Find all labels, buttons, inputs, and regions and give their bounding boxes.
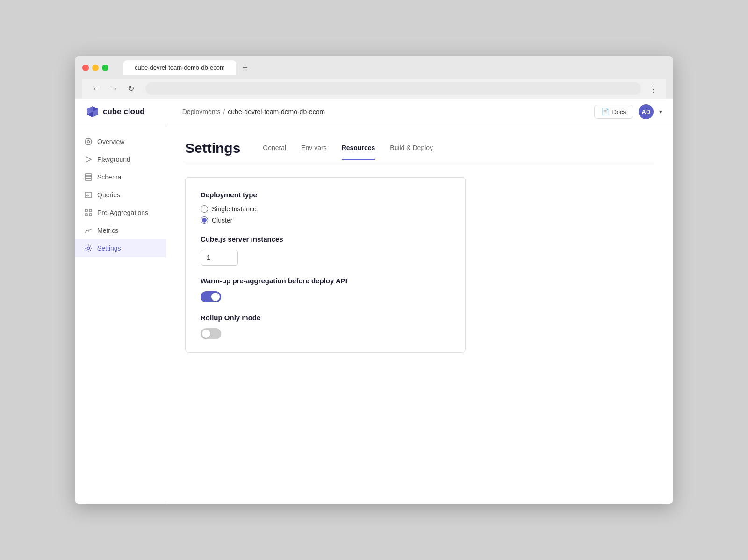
svg-rect-16	[85, 214, 87, 216]
deployment-type-section: Deployment type Single Instance Cluster	[201, 191, 450, 224]
tabs: General Env vars Resources Build & Deplo…	[263, 144, 433, 160]
svg-point-6	[87, 141, 90, 143]
maximize-button[interactable]	[102, 65, 108, 71]
main-layout: Overview Playground	[75, 125, 673, 504]
sidebar-item-label: Queries	[97, 191, 120, 199]
svg-rect-17	[89, 214, 92, 216]
server-instances-section: Cube.js server instances	[201, 235, 450, 266]
warmup-toggle-slider	[201, 291, 221, 302]
rollup-toggle-wrapper	[201, 328, 450, 339]
svg-rect-8	[85, 174, 92, 176]
app-logo[interactable]: cube cloud	[86, 105, 145, 118]
svg-rect-14	[85, 209, 87, 212]
app-content: cube cloud Deployments / cube-devrel-tea…	[75, 99, 673, 504]
svg-rect-15	[89, 209, 92, 212]
page-content: Settings General Env vars Resources Buil…	[166, 125, 673, 504]
cube-logo-icon	[86, 105, 99, 118]
traffic-lights	[82, 65, 108, 71]
radio-single-instance[interactable]: Single Instance	[201, 205, 450, 213]
browser-nav: ← → ↻ ⋮	[82, 79, 666, 99]
radio-single-label: Single Instance	[212, 205, 257, 213]
sidebar: Overview Playground	[75, 125, 166, 504]
sidebar-item-queries[interactable]: Queries	[75, 186, 166, 204]
radio-single-input[interactable]	[201, 205, 208, 213]
sidebar-item-label: Overview	[97, 138, 124, 145]
radio-cluster-input[interactable]	[201, 216, 208, 224]
sidebar-item-schema[interactable]: Schema	[75, 168, 166, 186]
server-instances-label: Cube.js server instances	[201, 235, 450, 243]
tab-general[interactable]: General	[263, 144, 286, 160]
tab-build-deploy[interactable]: Build & Deploy	[390, 144, 433, 160]
sidebar-item-label: Playground	[97, 156, 130, 163]
settings-card: Deployment type Single Instance Cluster	[185, 177, 466, 353]
page-header: Settings General Env vars Resources Buil…	[185, 140, 654, 164]
overview-icon	[84, 137, 93, 146]
pre-aggregations-icon	[84, 208, 93, 217]
svg-marker-7	[86, 157, 91, 162]
svg-rect-11	[85, 192, 92, 198]
browser-chrome: cube-devrel-team-demo-db-ecom + ← → ↻ ⋮	[75, 56, 673, 99]
warmup-toggle-wrapper	[201, 291, 450, 302]
warmup-toggle[interactable]	[201, 291, 221, 302]
svg-point-18	[87, 247, 90, 250]
docs-icon: 📄	[601, 108, 609, 115]
rollup-toggle-slider	[201, 328, 221, 339]
docs-button[interactable]: 📄 Docs	[594, 105, 633, 119]
page-title: Settings	[185, 140, 240, 164]
server-instances-input[interactable]	[201, 250, 238, 266]
sidebar-item-settings[interactable]: Settings	[75, 239, 166, 257]
address-bar[interactable]	[145, 82, 641, 95]
svg-rect-10	[85, 179, 92, 180]
warmup-label: Warm-up pre-aggregation before deploy AP…	[201, 277, 450, 285]
active-tab[interactable]: cube-devrel-team-demo-db-ecom	[123, 60, 236, 75]
playground-icon	[84, 155, 93, 164]
svg-point-5	[85, 138, 92, 145]
tab-resources[interactable]: Resources	[342, 144, 375, 160]
sidebar-item-label: Metrics	[97, 227, 118, 234]
radio-cluster[interactable]: Cluster	[201, 216, 450, 224]
warmup-section: Warm-up pre-aggregation before deploy AP…	[201, 277, 450, 302]
tab-env-vars[interactable]: Env vars	[301, 144, 326, 160]
breadcrumb: Deployments / cube-devrel-team-demo-db-e…	[182, 108, 325, 115]
rollup-section: Rollup Only mode	[201, 314, 450, 339]
sidebar-item-overview[interactable]: Overview	[75, 133, 166, 151]
rollup-toggle[interactable]	[201, 328, 221, 339]
tab-bar: cube-devrel-team-demo-db-ecom +	[123, 60, 252, 75]
logo-text: cube cloud	[103, 107, 145, 116]
sidebar-item-label: Settings	[97, 244, 121, 252]
browser-titlebar: cube-devrel-team-demo-db-ecom +	[82, 60, 666, 75]
breadcrumb-separator: /	[223, 108, 225, 115]
docs-label: Docs	[612, 108, 626, 115]
avatar-dropdown-button[interactable]: ▾	[659, 108, 662, 115]
breadcrumb-deployments[interactable]: Deployments	[182, 108, 221, 115]
avatar[interactable]: AD	[639, 104, 654, 119]
deployment-type-label: Deployment type	[201, 191, 450, 199]
sidebar-item-label: Schema	[97, 173, 121, 181]
more-options-button[interactable]: ⋮	[649, 84, 658, 94]
sidebar-item-metrics[interactable]: Metrics	[75, 222, 166, 239]
header-right: 📄 Docs AD ▾	[594, 104, 662, 119]
sidebar-item-pre-aggregations[interactable]: Pre-Aggregations	[75, 204, 166, 222]
deployment-type-radio-group: Single Instance Cluster	[201, 205, 450, 224]
back-button[interactable]: ←	[90, 83, 103, 95]
rollup-label: Rollup Only mode	[201, 314, 450, 322]
app-header: cube cloud Deployments / cube-devrel-tea…	[75, 99, 673, 125]
radio-cluster-label: Cluster	[212, 216, 232, 224]
forward-button[interactable]: →	[108, 83, 121, 95]
reload-button[interactable]: ↻	[125, 82, 137, 95]
schema-icon	[84, 173, 93, 181]
sidebar-item-playground[interactable]: Playground	[75, 151, 166, 168]
metrics-icon	[84, 226, 93, 235]
minimize-button[interactable]	[92, 65, 99, 71]
queries-icon	[84, 191, 93, 199]
svg-rect-9	[85, 176, 92, 178]
sidebar-item-label: Pre-Aggregations	[97, 209, 148, 216]
new-tab-button[interactable]: +	[238, 61, 252, 75]
breadcrumb-current: cube-devrel-team-demo-db-ecom	[228, 108, 325, 115]
settings-icon	[84, 244, 93, 252]
close-button[interactable]	[82, 65, 89, 71]
